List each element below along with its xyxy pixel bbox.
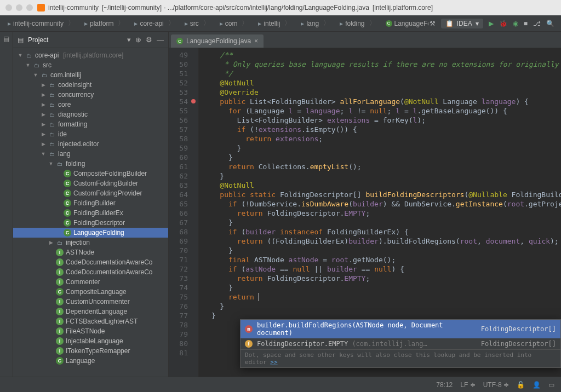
line-number[interactable]: 71 <box>169 255 188 264</box>
encoding[interactable]: UTF-8 ≑ <box>483 381 509 389</box>
line-number[interactable]: 53 <box>169 88 188 97</box>
completion-item[interactable]: fFoldingDescriptor.EMPTY (com.intellij.l… <box>241 338 560 349</box>
locate-icon[interactable]: ⊕ <box>135 36 141 44</box>
line-number[interactable]: 56 <box>169 116 188 125</box>
line-number[interactable]: 81 <box>169 348 188 358</box>
gear-icon[interactable]: ⚙ <box>146 36 152 44</box>
tree-node-ITokenTypeRemapper[interactable]: IITokenTypeRemapper <box>13 346 168 356</box>
line-number[interactable]: 57 <box>169 125 188 134</box>
line-number[interactable]: 79 <box>169 330 188 339</box>
tree-node-formatting[interactable]: 🗀formatting <box>13 119 168 129</box>
hint-link[interactable]: >> <box>270 359 277 366</box>
tree-node-LanguageFolding[interactable]: CLanguageFolding <box>13 228 168 238</box>
crumb-lang[interactable]: ▸lang〉 <box>296 17 334 30</box>
crumb-core-api[interactable]: ▸core-api〉 <box>130 17 179 30</box>
arrow-icon[interactable] <box>41 102 46 107</box>
line-number[interactable]: 63 <box>169 181 188 190</box>
arrow-icon[interactable] <box>41 112 46 117</box>
arrow-icon[interactable] <box>41 82 46 88</box>
run-config-select[interactable]: 📋 IDEA ▾ <box>441 19 483 28</box>
tree-node-CompositeFoldingBuilder[interactable]: CCompositeFoldingBuilder <box>13 169 168 178</box>
line-number[interactable]: 50 <box>169 60 188 69</box>
inspect-icon[interactable]: 👤 <box>533 381 541 389</box>
crumb-folding[interactable]: ▸folding〉 <box>335 17 380 30</box>
crumb-intellij-community[interactable]: ▸intellij-community〉 <box>3 17 79 30</box>
tree-node-src[interactable]: 🗀src <box>13 60 168 70</box>
tree-node-CustomFoldingProvider[interactable]: CCustomFoldingProvider <box>13 188 168 198</box>
arrow-icon[interactable] <box>25 62 31 68</box>
crumb-platform[interactable]: ▸platform〉 <box>80 17 129 30</box>
tree-node-FoldingDescriptor[interactable]: CFoldingDescriptor <box>13 218 168 228</box>
crumb-intellij[interactable]: ▸intellij〉 <box>254 17 295 30</box>
tree-node-Commenter[interactable]: ICommenter <box>13 277 168 287</box>
line-number[interactable]: 66 <box>169 209 188 218</box>
tree-node-ide[interactable]: 🗀ide <box>13 129 168 139</box>
tree-node-lang[interactable]: 🗀lang <box>13 149 168 159</box>
crumb-LanguageFolding[interactable]: CLanguageFolding <box>381 18 428 29</box>
strip-project-icon[interactable]: ▤ <box>3 35 9 43</box>
tree-node-CodeDocumentationAwareCo[interactable]: ICodeDocumentationAwareCo <box>13 257 168 267</box>
run-icon[interactable]: ▶ <box>489 20 494 27</box>
hide-icon[interactable]: — <box>157 36 164 44</box>
line-number[interactable]: 72 <box>169 264 188 274</box>
line-number[interactable]: 74 <box>169 283 188 292</box>
line-number[interactable]: 80 <box>169 339 188 348</box>
line-number[interactable]: 75 <box>169 292 188 302</box>
tree-node-FoldingBuilder[interactable]: CFoldingBuilder <box>13 198 168 208</box>
tree-node-CodeDocumentationAwareCo[interactable]: ICodeDocumentationAwareCo <box>13 267 168 277</box>
tree-node-concurrency[interactable]: 🗀concurrency <box>13 90 168 100</box>
chevron-icon[interactable]: ▾ <box>127 36 131 44</box>
arrow-icon[interactable] <box>41 141 46 147</box>
tab-languagefolding[interactable]: C LanguageFolding.java × <box>171 34 264 48</box>
arrow-icon[interactable] <box>48 161 54 166</box>
line-number[interactable]: 67 <box>169 218 188 227</box>
line-number[interactable]: 60 <box>169 153 188 162</box>
tree-node-injection[interactable]: 🗀injection <box>13 238 168 247</box>
project-tree[interactable]: 🗀core-api[intellij.platform.core]🗀src🗀co… <box>13 48 168 377</box>
completion-item[interactable]: mbuilder.buildFoldRegions(ASTNode node, … <box>241 320 560 338</box>
arrow-icon[interactable] <box>41 92 46 97</box>
tree-node-com.intellij[interactable]: 🗀com.intellij <box>13 70 168 80</box>
line-sep[interactable]: LF ≑ <box>460 381 475 389</box>
line-number[interactable]: 69 <box>169 237 188 246</box>
completion-popup[interactable]: mbuilder.buildFoldRegions(ASTNode node, … <box>240 319 561 368</box>
stop-icon[interactable]: ■ <box>524 20 528 27</box>
tree-node-DependentLanguage[interactable]: IDependentLanguage <box>13 307 168 316</box>
line-number[interactable]: 62 <box>169 171 188 181</box>
window-controls[interactable] <box>5 4 33 11</box>
tree-node-InjectableLanguage[interactable]: IInjectableLanguage <box>13 336 168 346</box>
tree-node-folding[interactable]: 🗀folding <box>13 159 168 169</box>
editor[interactable]: 4950515253545556575859606162636465666768… <box>169 48 561 377</box>
line-number[interactable]: 68 <box>169 227 188 237</box>
line-number[interactable]: 65 <box>169 199 188 209</box>
caret-pos[interactable]: 78:12 <box>436 381 453 389</box>
build-icon[interactable]: ⚒ <box>430 20 436 27</box>
arrow-icon[interactable] <box>41 151 46 157</box>
line-number[interactable]: 59 <box>169 143 188 153</box>
lock-icon[interactable]: 🔓 <box>517 381 525 389</box>
tree-node-FCTSBackedLighterAST[interactable]: IFCTSBackedLighterAST <box>13 316 168 326</box>
tree-node-FoldingBuilderEx[interactable]: CFoldingBuilderEx <box>13 208 168 218</box>
line-number[interactable]: 70 <box>169 246 188 255</box>
line-number[interactable]: 49 <box>169 50 188 60</box>
mem-icon[interactable]: ▭ <box>548 381 554 389</box>
crumb-com[interactable]: ▸com〉 <box>215 17 253 30</box>
tree-node-CustomFoldingBuilder[interactable]: CCustomFoldingBuilder <box>13 178 168 188</box>
tree-node-core[interactable]: 🗀core <box>13 100 168 109</box>
line-number[interactable]: 61 <box>169 162 188 171</box>
line-number[interactable]: 76 <box>169 302 188 311</box>
tree-node-core-api[interactable]: 🗀core-api[intellij.platform.core] <box>13 50 168 60</box>
tree-node-CompositeLanguage[interactable]: CCompositeLanguage <box>13 287 168 297</box>
gutter[interactable]: 4950515253545556575859606162636465666768… <box>169 48 198 377</box>
line-number[interactable]: 78 <box>169 320 188 330</box>
line-number[interactable]: 77 <box>169 311 188 320</box>
debug-icon[interactable]: 🐞 <box>499 20 507 27</box>
vcs-icon[interactable]: ⎇ <box>533 20 541 27</box>
tree-node-ASTNode[interactable]: IASTNode <box>13 247 168 257</box>
close-icon[interactable]: × <box>254 37 258 45</box>
tree-node-codeInsight[interactable]: 🗀codeInsight <box>13 80 168 90</box>
tree-node-diagnostic[interactable]: 🗀diagnostic <box>13 109 168 119</box>
coverage-icon[interactable]: ◉ <box>513 20 518 27</box>
tree-node-injected.editor[interactable]: 🗀injected.editor <box>13 139 168 149</box>
arrow-icon[interactable] <box>41 131 46 137</box>
